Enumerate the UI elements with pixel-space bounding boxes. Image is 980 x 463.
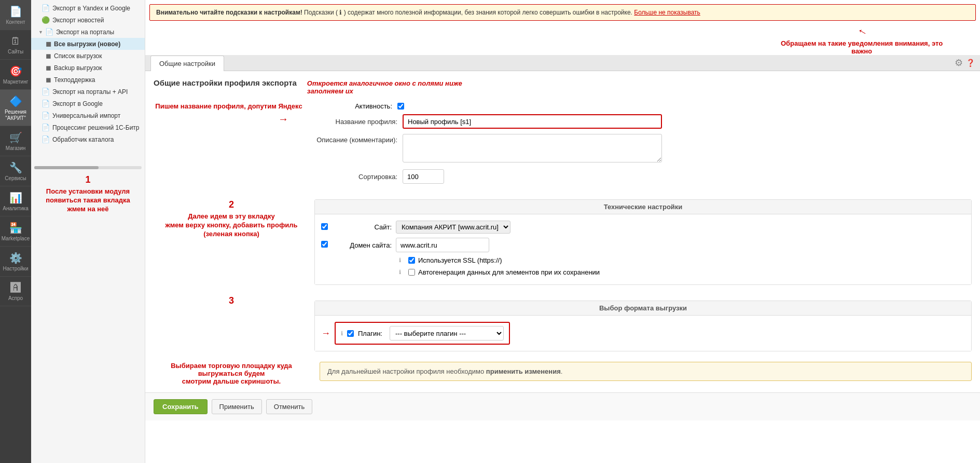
format-section-body: → ℹ Плагин: --- выберите плагин ---	[315, 316, 971, 351]
form-title: Общие настройки профиля экспорта	[154, 78, 297, 87]
gear-button[interactable]: ⚙	[955, 57, 963, 69]
tab-general[interactable]: Общие настройки	[150, 56, 224, 71]
bottom-bar: Сохранить Применить Отменить	[145, 392, 980, 420]
services-icon: 🔧	[9, 161, 22, 174]
tree-item-processing[interactable]: 📄 Процессинг решений 1С-Битр	[31, 121, 145, 133]
tree-item-all-exports[interactable]: ◼ Все выгрузки (новое)	[31, 38, 145, 50]
ann3-number: 3	[154, 295, 309, 306]
import-icon: 📄	[42, 112, 50, 119]
apply-message: Для дальнейшей настройки профиля необход…	[320, 362, 972, 381]
banner-link[interactable]: Больше не показывать	[634, 9, 700, 16]
subtitle-annotation: Откроется аналогичное окно с полями ниже…	[307, 79, 484, 95]
sidebar-item-aspro-label: Аспро	[8, 295, 23, 302]
description-row: Описание (комментарии):	[309, 134, 972, 164]
sort-input[interactable]	[403, 169, 444, 184]
ann1-text: После установки модуля появиться такая в…	[35, 187, 141, 214]
profile-name-label: Название профиля:	[309, 118, 403, 126]
sidebar-item-services-label: Сервисы	[5, 175, 26, 182]
autogen-checkbox[interactable]	[408, 269, 415, 276]
solutions-icon: 🔷	[9, 95, 22, 107]
ssl-checkbox[interactable]	[408, 257, 415, 264]
sidebar-item-solutions[interactable]: 🔷 Решения "АКРИТ"	[0, 90, 31, 126]
apply-button[interactable]: Применить	[212, 399, 262, 414]
sidebar-item-marketing[interactable]: 🎯 Маркетинг	[0, 60, 31, 90]
sidebar-item-shop[interactable]: 🛒 Магазин	[0, 126, 31, 156]
sidebar-item-analytics[interactable]: 📊 Аналитика	[0, 186, 31, 216]
export-yandex-icon: 📄	[42, 4, 50, 12]
sidebar-item-sites-label: Сайты	[8, 49, 23, 55]
tree-item-import[interactable]: 📄 Универсальный импорт	[31, 110, 145, 121]
tree-item-portals-api[interactable]: 📄 Экспорт на порталы + API	[31, 86, 145, 98]
tree-item-tech-support[interactable]: ◼ Техподдержка	[31, 74, 145, 86]
sidebar-item-solutions-label: Решения "АКРИТ"	[0, 109, 31, 121]
sort-label: Сортировка:	[309, 173, 403, 181]
sidebar-item-sites[interactable]: 🗓 Сайты	[0, 30, 31, 60]
autogen-row: ℹ Автогенерация данных для элементов при…	[399, 268, 965, 276]
google-label: Экспорт в Google	[52, 100, 103, 107]
info-banner: Внимательно читайте подсказки к настройк…	[149, 4, 976, 21]
format-section: Выбор формата выгрузки → ℹ Плагин:	[314, 295, 972, 357]
info-button[interactable]: ❓	[966, 57, 975, 69]
description-textarea[interactable]	[403, 134, 662, 162]
expand-arrow: ▼	[38, 30, 43, 35]
cancel-button[interactable]: Отменить	[266, 399, 312, 414]
shop-icon: 🛒	[9, 131, 22, 144]
sidebar-item-marketing-label: Маркетинг	[3, 79, 29, 85]
sidebar-item-settings[interactable]: ⚙️ Настройки	[0, 247, 31, 277]
profile-name-input[interactable]	[403, 114, 662, 129]
main-area: 📄 Экспорт в Yandex и Google 🟢 Экспорт но…	[31, 0, 980, 463]
plugin-arrow: →	[321, 328, 330, 339]
all-exports-icon: ◼	[46, 40, 51, 48]
ssl-row: ℹ Используется SSL (https://)	[399, 256, 965, 264]
ann2-number: 2	[154, 199, 309, 210]
format-section-header: Выбор формата выгрузки	[315, 301, 971, 316]
sidebar-item-content[interactable]: 📄 Контент	[0, 0, 31, 30]
content-icon: 📄	[9, 5, 22, 18]
site-select[interactable]: Компания АКРИТ [www.acrit.ru]	[396, 221, 510, 234]
plugin-box: ℹ Плагин: --- выберите плагин ---	[335, 322, 510, 345]
export-yandex-label: Экспорт в Yandex и Google	[52, 5, 130, 12]
tree-item-export-portals[interactable]: ▼ 📄 Экспорт на порталы	[31, 26, 145, 38]
sites-icon: 🗓	[10, 35, 21, 47]
domain-row: Домен сайта:	[321, 238, 965, 252]
activity-checkbox[interactable]	[397, 103, 404, 110]
sidebar-item-services[interactable]: 🔧 Сервисы	[0, 156, 31, 186]
tree-item-export-news[interactable]: 🟢 Экспорт новостей	[31, 14, 145, 26]
apply-message-container: Для дальнейшей настройки профиля необход…	[314, 362, 972, 381]
portals-icon: 📄	[45, 28, 53, 36]
marketplace-icon: 🏪	[9, 222, 22, 234]
site-checkbox[interactable]	[321, 223, 328, 230]
save-button[interactable]: Сохранить	[154, 399, 208, 414]
export-portals-label: Экспорт на порталы	[56, 29, 114, 36]
site-label: Сайт:	[328, 223, 396, 231]
processing-icon: 📄	[42, 124, 50, 131]
autogen-label: Автогенерация данных для элементов при и…	[418, 268, 600, 276]
plugin-select[interactable]: --- выберите плагин ---	[390, 326, 504, 341]
tree-item-export-yandex[interactable]: 📄 Экспорт в Yandex и Google	[31, 2, 145, 14]
tree-item-backup[interactable]: ◼ Backup выгрузок	[31, 62, 145, 74]
content-panel: Внимательно читайте подсказки к настройк…	[145, 0, 980, 463]
tech-support-icon: ◼	[46, 76, 51, 84]
domain-input[interactable]	[396, 238, 489, 252]
activity-row: Активность:	[309, 102, 972, 110]
backup-label: Backup выгрузок	[54, 64, 102, 72]
sidebar-item-settings-label: Настройки	[3, 266, 28, 272]
activity-label: Активность:	[314, 102, 397, 110]
sidebar-item-marketplace[interactable]: 🏪 Marketplace	[0, 216, 31, 247]
tree-item-list-exports[interactable]: ◼ Список выгрузок	[31, 50, 145, 62]
catalog-label: Обработчик каталога	[52, 136, 114, 143]
format-section-box: Выбор формата выгрузки → ℹ Плагин:	[314, 301, 972, 351]
import-label: Универсальный импорт	[52, 112, 120, 119]
sidebar-item-aspro[interactable]: 🅰 Аспро	[0, 277, 31, 306]
portals-api-icon: 📄	[42, 88, 50, 96]
tree-item-catalog[interactable]: 📄 Обработчик каталога	[31, 133, 145, 145]
ann1-number: 1	[35, 174, 141, 185]
tech-section: Технические настройки Сайт: Компания АКР…	[314, 194, 972, 290]
plugin-checkbox[interactable]	[347, 330, 354, 337]
ann2-text: Далее идем в эту вкладку жмем верху кноп…	[154, 212, 309, 239]
tree-item-google[interactable]: 📄 Экспорт в Google	[31, 98, 145, 110]
profile-name-row: Название профиля:	[309, 114, 972, 129]
backup-icon: ◼	[46, 64, 51, 72]
export-news-label: Экспорт новостей	[52, 17, 104, 24]
domain-checkbox[interactable]	[321, 241, 328, 248]
